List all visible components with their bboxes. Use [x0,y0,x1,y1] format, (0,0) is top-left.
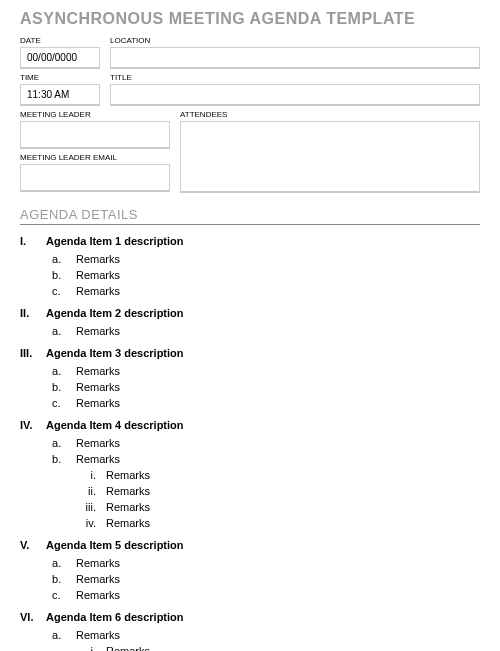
remark-item: Remarks [52,435,480,451]
agenda-item-title: Agenda Item 5 description [46,539,184,551]
subremark-item: Remarks [80,499,480,515]
remark-item: Remarks [52,267,480,283]
remark-text: Remarks [76,381,120,393]
agenda-item-title: Agenda Item 3 description [46,347,184,359]
subremark-text: Remarks [106,485,150,497]
location-label: LOCATION [110,36,480,45]
remark-item: Remarks [52,379,480,395]
remark-item: Remarks [52,283,480,299]
attendees-label: ATTENDEES [180,110,480,119]
remark-item: Remarks [52,395,480,411]
page-title: ASYNCHRONOUS MEETING AGENDA TEMPLATE [20,10,480,28]
time-label: TIME [20,73,100,82]
remark-item: Remarks [52,587,480,603]
remark-text: Remarks [76,253,120,265]
subremark-text: Remarks [106,501,150,513]
subremark-item: Remarks [80,467,480,483]
subremark-item: Remarks [80,483,480,499]
agenda-list: Agenda Item 1 descriptionRemarksRemarksR… [20,235,480,651]
remark-text: Remarks [76,269,120,281]
title-field-label: TITLE [110,73,480,82]
agenda-item: Agenda Item 3 descriptionRemarksRemarksR… [20,347,480,411]
meeting-leader-email-input[interactable] [20,164,170,192]
subremark-text: Remarks [106,517,150,529]
attendees-input[interactable] [180,121,480,193]
remark-item: Remarks [52,323,480,339]
agenda-item: Agenda Item 5 descriptionRemarksRemarksR… [20,539,480,603]
remark-item: Remarks [52,451,480,467]
meeting-leader-input[interactable] [20,121,170,149]
subremark-item: Remarks [80,643,480,651]
remark-item: Remarks [52,363,480,379]
remark-text: Remarks [76,365,120,377]
subremark-text: Remarks [106,645,150,651]
remark-text: Remarks [76,589,120,601]
section-title: AGENDA DETAILS [20,207,480,225]
location-input[interactable] [110,47,480,69]
agenda-item: Agenda Item 6 descriptionRemarksRemarksR… [20,611,480,651]
agenda-item: Agenda Item 4 descriptionRemarksRemarksR… [20,419,480,531]
remark-text: Remarks [76,573,120,585]
remark-text: Remarks [76,397,120,409]
title-input[interactable] [110,84,480,106]
agenda-item-title: Agenda Item 4 description [46,419,184,431]
remark-item: Remarks [52,571,480,587]
remark-item: Remarks [52,627,480,643]
remark-text: Remarks [76,285,120,297]
remark-item: Remarks [52,555,480,571]
subremark-text: Remarks [106,469,150,481]
remark-text: Remarks [76,557,120,569]
agenda-item-title: Agenda Item 6 description [46,611,184,623]
form-area: DATE LOCATION TIME TITLE MEETING LEADER … [20,36,480,193]
remark-text: Remarks [76,325,120,337]
date-input[interactable] [20,47,100,69]
remark-text: Remarks [76,453,120,465]
agenda-item: Agenda Item 2 descriptionRemarks [20,307,480,339]
agenda-item: Agenda Item 1 descriptionRemarksRemarksR… [20,235,480,299]
remark-item: Remarks [52,251,480,267]
date-label: DATE [20,36,100,45]
meeting-leader-email-label: MEETING LEADER EMAIL [20,153,170,162]
time-input[interactable] [20,84,100,106]
agenda-item-title: Agenda Item 1 description [46,235,184,247]
meeting-leader-label: MEETING LEADER [20,110,170,119]
remark-text: Remarks [76,437,120,449]
agenda-item-title: Agenda Item 2 description [46,307,184,319]
subremark-item: Remarks [80,515,480,531]
remark-text: Remarks [76,629,120,641]
